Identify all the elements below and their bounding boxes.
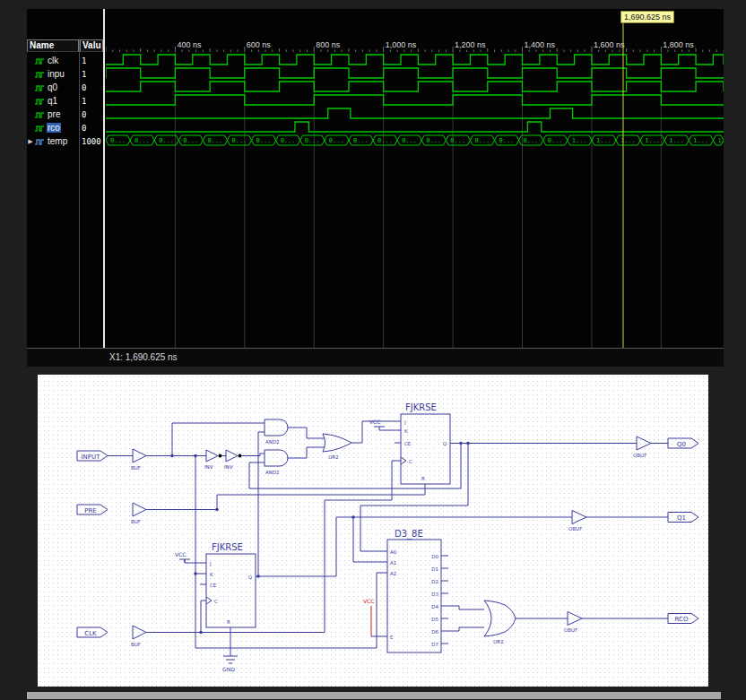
- port-clk[interactable]: CLK: [77, 627, 108, 637]
- ruler-label: 600 ns: [247, 40, 272, 49]
- signal-name[interactable]: pre: [47, 109, 61, 119]
- flipflop-bottom[interactable]: FJKRSE J K CE C R Q: [206, 542, 256, 627]
- bus-value-label: 0...: [281, 137, 296, 144]
- signal-value: 0: [82, 124, 102, 133]
- svg-text:OBUF: OBUF: [633, 453, 646, 458]
- signal-row-q1[interactable]: q11: [27, 94, 103, 108]
- wave-inpu: [106, 68, 724, 78]
- schematic-panel[interactable]: INPUT PRE CLK BUF BUF BUF: [38, 375, 708, 687]
- signal-name[interactable]: clk: [47, 56, 59, 65]
- schematic-canvas[interactable]: INPUT PRE CLK BUF BUF BUF: [38, 375, 708, 687]
- ruler-label: 1,600 ns: [594, 40, 625, 49]
- buffer-pre[interactable]: BUF: [131, 503, 146, 524]
- inverter-1[interactable]: INV: [204, 450, 222, 470]
- signal-row-q0[interactable]: q00: [27, 81, 103, 94]
- expand-arrow-icon[interactable]: ▶: [27, 138, 34, 145]
- obuf-rco[interactable]: OBUF: [564, 612, 582, 634]
- signal-value: 1: [82, 97, 102, 106]
- flipflop-top[interactable]: FJKRSE J K CE C R Q: [401, 402, 450, 484]
- bus-signal-icon: [34, 137, 45, 146]
- svg-text:D0: D0: [431, 554, 438, 559]
- ruler-label: 800 ns: [316, 40, 341, 49]
- signal-name[interactable]: temp: [47, 136, 68, 146]
- svg-text:OR2: OR2: [493, 639, 504, 644]
- or-gate-top[interactable]: OR2: [323, 434, 351, 460]
- svg-text:CE: CE: [210, 583, 217, 588]
- waveform-canvas[interactable]: 400 ns600 ns800 ns1,000 ns1,200 ns1,400 …: [106, 9, 724, 348]
- panel-divider[interactable]: [103, 9, 105, 366]
- svg-text:Q: Q: [443, 441, 447, 446]
- bus-value-label: 0...: [110, 137, 126, 144]
- bus-value-label: 0...: [134, 137, 150, 144]
- signal-value: 1: [82, 70, 102, 79]
- bus-value-label: 1...: [645, 137, 660, 144]
- svg-text:K: K: [404, 428, 408, 434]
- and-gate-1[interactable]: AND2: [265, 419, 288, 445]
- bus-value-label: 0...: [231, 137, 247, 144]
- svg-text:A0: A0: [390, 549, 397, 555]
- signal-row-clk[interactable]: clk1: [27, 54, 103, 67]
- bit-signal-icon: [34, 56, 45, 65]
- gnd-symbol: GND: [222, 656, 238, 672]
- screenshot-root: Name Valu clk1inpu1q00q11pre0rco0▶temp10…: [0, 0, 746, 700]
- name-column-header[interactable]: Name: [27, 39, 79, 52]
- inverter-2[interactable]: INV: [224, 450, 242, 470]
- bus-value-label: 1...: [717, 137, 724, 144]
- vcc-red: VCC: [363, 598, 374, 636]
- bus-value-label: 0...: [377, 137, 393, 144]
- bus-value-label: 0...: [474, 137, 490, 144]
- svg-text:D1: D1: [431, 566, 438, 572]
- svg-text:RCO: RCO: [675, 616, 689, 623]
- signal-name[interactable]: rco: [47, 123, 61, 133]
- vcc-bottom: VCC: [175, 551, 190, 563]
- bus-value-label: 1...: [669, 137, 684, 144]
- svg-text:D6: D6: [431, 629, 438, 635]
- port-q1[interactable]: Q1: [668, 513, 698, 523]
- svg-text:Q1: Q1: [677, 514, 686, 522]
- bit-signal-icon: [34, 83, 45, 92]
- svg-text:D2: D2: [431, 579, 438, 584]
- bus-value-label: 0...: [159, 137, 174, 144]
- signal-name[interactable]: inpu: [47, 69, 65, 79]
- cursor-time-badge[interactable]: 1,690.625 ns: [620, 11, 674, 23]
- svg-text:D5: D5: [431, 617, 438, 622]
- status-bar: X1: 1,690.625 ns: [27, 348, 724, 367]
- signal-row-pre[interactable]: pre0: [27, 108, 103, 121]
- bit-signal-icon: [34, 97, 45, 106]
- svg-text:OBUF: OBUF: [564, 627, 577, 633]
- bus-value-label: 1...: [693, 137, 708, 144]
- ruler-label: 1,400 ns: [524, 40, 555, 49]
- bus-value-label: 0...: [207, 137, 222, 144]
- ruler-label: 1,000 ns: [386, 40, 417, 49]
- obuf-q0[interactable]: OBUF: [633, 436, 651, 458]
- buffer-input[interactable]: BUF: [131, 449, 146, 471]
- port-rco[interactable]: RCO: [668, 614, 698, 624]
- svg-text:C: C: [409, 459, 412, 464]
- buffer-clk[interactable]: BUF: [131, 626, 146, 647]
- svg-text:INPUT: INPUT: [82, 454, 101, 461]
- svg-text:D4: D4: [431, 604, 438, 609]
- port-input[interactable]: INPUT: [77, 451, 108, 461]
- or-gate-rco[interactable]: OR2: [484, 601, 516, 644]
- and-gate-2[interactable]: AND2: [265, 450, 288, 475]
- decoder[interactable]: D3_8E A0 A1 A2 E D0 D1 D2 D3 D4 D5 D6 D7: [387, 529, 441, 652]
- signal-name[interactable]: q0: [47, 82, 58, 92]
- port-q0[interactable]: Q0: [668, 438, 698, 448]
- signal-row-inpu[interactable]: inpu1: [27, 67, 103, 81]
- obuf-q1[interactable]: OBUF: [568, 511, 586, 532]
- wave-q0: [106, 82, 724, 91]
- signal-value: 0: [82, 83, 102, 92]
- bus-value-label: 0...: [402, 137, 417, 144]
- signal-name[interactable]: q1: [47, 96, 58, 106]
- signal-row-rco[interactable]: rco0: [27, 121, 103, 134]
- svg-text:R: R: [421, 476, 425, 481]
- value-column-header[interactable]: Valu: [80, 39, 103, 52]
- port-pre[interactable]: PRE: [77, 505, 108, 514]
- bus-value-label: 1...: [596, 137, 612, 144]
- signal-row-temp[interactable]: ▶temp1000: [27, 134, 103, 148]
- svg-text:BUF: BUF: [131, 519, 141, 524]
- bus-value-label: 0...: [524, 137, 539, 144]
- svg-text:R: R: [227, 619, 230, 625]
- window-bottom-edge: [27, 692, 721, 699]
- svg-text:FJKRSE: FJKRSE: [212, 542, 243, 552]
